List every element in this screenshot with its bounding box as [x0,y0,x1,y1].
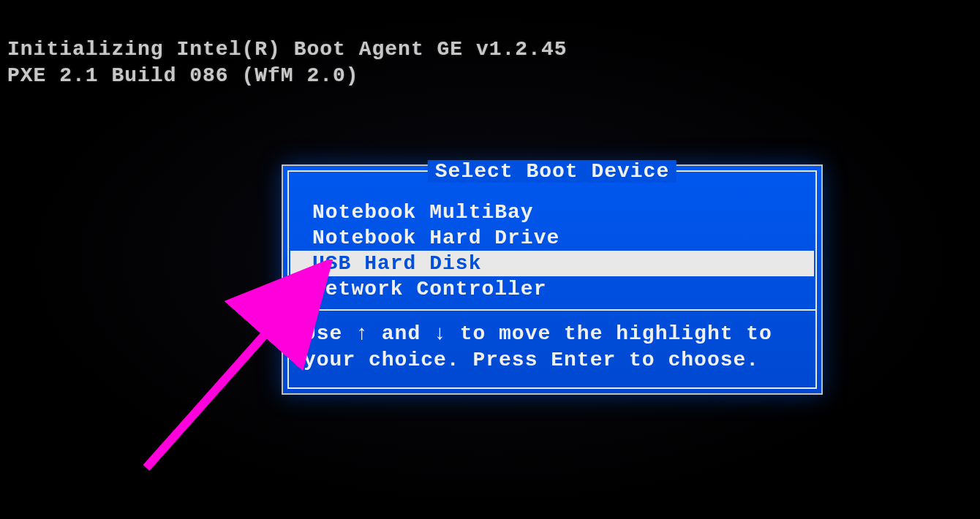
boot-line-1: Initializing Intel(R) Boot Agent GE v1.2… [7,37,568,63]
dialog-inner-frame: Select Boot Device Notebook MultiBay Not… [287,170,817,389]
dialog-divider [289,309,815,311]
boot-option-network-controller[interactable]: Network Controller [298,276,807,302]
help-line-1: Use ↑ and ↓ to move the highlight to [304,321,801,347]
boot-option-usb-hard-disk[interactable]: USB Hard Disk [290,251,814,276]
dialog-title: Select Boot Device [428,160,676,183]
help-line-2: your choice. Press Enter to choose. [304,347,801,374]
boot-line-2: PXE 2.1 Build 086 (WfM 2.0) [7,63,568,89]
boot-init-text: Initializing Intel(R) Boot Agent GE v1.2… [7,37,568,90]
help-text: Use ↑ and ↓ to move the highlight to you… [298,318,807,380]
boot-option-hard-drive[interactable]: Notebook Hard Drive [298,225,807,251]
boot-device-dialog: Select Boot Device Notebook MultiBay Not… [282,164,823,395]
boot-option-multibay[interactable]: Notebook MultiBay [298,200,807,225]
